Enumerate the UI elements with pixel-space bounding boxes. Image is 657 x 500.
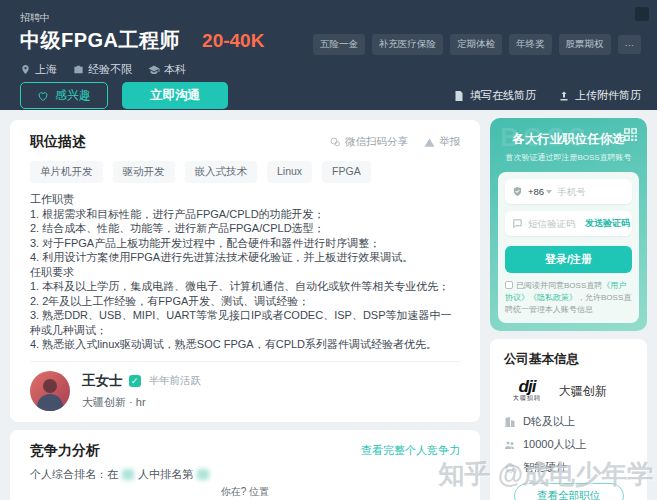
- blurred-total-count: [122, 469, 134, 480]
- recruiter-active-status: 半年前活跃: [149, 374, 202, 388]
- section-title-competitiveness: 竞争力分析: [30, 442, 100, 460]
- login-register-button[interactable]: 登录/注册: [505, 246, 632, 273]
- skill-tag[interactable]: FPGA: [322, 161, 371, 183]
- benefit-tag: 股票期权: [559, 34, 611, 55]
- users-icon: [504, 439, 516, 451]
- job-education: 本科: [148, 62, 186, 77]
- more-tags-button[interactable]: ···: [618, 35, 642, 54]
- wechat-icon: [329, 136, 341, 148]
- description-line: 工作职责: [30, 192, 460, 207]
- section-title-company-info: 公司基本信息: [504, 351, 633, 368]
- recruiter-affiliation: 大疆创新 · hr: [82, 395, 201, 410]
- job-description-text: 工作职责 1. 根据需求和目标性能，进行产品FPGA/CPLD的功能开发； 2.…: [30, 192, 460, 352]
- blurred-rank-number: [197, 469, 209, 480]
- description-line: 3. 对于FPGA产品上板功能开发过程中，配合硬件和器件进行时序调整；: [30, 236, 460, 251]
- description-line: 任职要求: [30, 265, 460, 280]
- recruiter-name: 王女士: [82, 372, 123, 390]
- skill-tags: 单片机开发 驱动开发 嵌入式技术 Linux FPGA: [30, 161, 460, 183]
- login-card: BOSS 各大行业职位任你选 首次验证通过即注册BOSS直聘账号 +86 发送验…: [490, 118, 647, 331]
- code-input-row: 发送验证码: [505, 211, 632, 236]
- agreement-text: 已阅读并同意BOSS直聘《用户协议》《隐私政策》，允许BOSS直聘统一管理本人账…: [505, 280, 632, 316]
- description-line: 3. 熟悉DDR、USB、MIPI、UART等常见接口IP或者CODEC、ISP…: [30, 308, 460, 337]
- chip-icon: [504, 462, 516, 474]
- privacy-policy-link[interactable]: 《隐私政策》: [529, 293, 577, 302]
- sms-code-input[interactable]: [528, 218, 580, 229]
- chevron-down-icon: [546, 190, 552, 194]
- agreement-checkbox[interactable]: [505, 281, 513, 289]
- briefcase-icon: [73, 64, 84, 75]
- benefit-tag: 补充医疗保险: [372, 34, 443, 55]
- phone-input[interactable]: [557, 186, 617, 197]
- skill-tag[interactable]: 单片机开发: [30, 161, 103, 183]
- salary-value: 20-40K: [202, 30, 264, 52]
- personal-rank-line: 个人综合排名：在 人中排名第: [30, 467, 460, 482]
- recruiter-row[interactable]: 王女士 ✓ 半年前活跃 大疆创新 · hr: [30, 362, 460, 411]
- building-icon: [504, 416, 516, 428]
- report-button[interactable]: 举报: [424, 135, 460, 149]
- interested-button[interactable]: 感兴趣: [20, 82, 108, 109]
- login-card-title: 各大行业职位任你选: [498, 131, 639, 148]
- floating-widget-icon[interactable]: [635, 7, 649, 21]
- phone-input-row: +86: [505, 179, 632, 204]
- login-form: +86 发送验证码 登录/注册 已阅读并同意BOSS直聘《用户协议》《隐私政策》…: [498, 172, 639, 323]
- status-badge: 招聘中: [20, 11, 50, 25]
- company-headcount: 10000人以上: [504, 437, 633, 452]
- warning-triangle-icon: [424, 137, 435, 148]
- benefit-tag: 五险一金: [313, 34, 365, 55]
- wechat-share-button[interactable]: 微信扫码分享: [329, 135, 408, 149]
- upload-icon: [558, 90, 570, 102]
- description-line: 1. 本科及以上学历，集成电路、微电子、计算机通信、自动化或软件等相关专业优先；: [30, 279, 460, 294]
- company-financing: D轮及以上: [504, 414, 633, 429]
- job-location: 上海: [20, 62, 57, 77]
- description-line: 2. 2年及以上工作经验，有FPGA开发、测试、调试经验；: [30, 294, 460, 309]
- document-icon: [453, 90, 465, 102]
- skill-tag[interactable]: 驱动开发: [113, 161, 175, 183]
- heart-icon: [37, 90, 49, 102]
- job-experience: 经验不限: [73, 62, 132, 77]
- online-resume-button[interactable]: 填写在线简历: [453, 88, 536, 103]
- benefit-tag: 年终奖: [509, 34, 552, 55]
- verified-badge-icon: ✓: [129, 375, 141, 387]
- description-line: 4. 熟悉嵌入式linux驱动调试，熟悉SOC FPGA，有CPLD系列器件调试…: [30, 337, 460, 352]
- attachment-resume-button[interactable]: 上传附件简历: [558, 88, 641, 103]
- recruiter-avatar: [30, 371, 70, 411]
- sms-bubble-icon: [512, 218, 523, 229]
- company-industry: 智能硬件: [504, 460, 633, 475]
- map-pin-icon: [20, 64, 31, 75]
- company-name-link[interactable]: 大疆创新: [559, 383, 607, 400]
- benefit-tags: 五险一金 补充医疗保险 定期体检 年终奖 股票期权 ···: [313, 34, 641, 55]
- job-header: 招聘中 中级FPGA工程师 20-40K 五险一金 补充医疗保险 定期体检 年终…: [0, 0, 657, 110]
- chat-now-button[interactable]: 立即沟通: [122, 82, 228, 109]
- competitiveness-card: 竞争力分析 查看完整个人竞争力 个人综合排名：在 人中排名第 你在? 位置 一般…: [10, 430, 480, 500]
- section-title-job-description: 职位描述: [30, 133, 86, 151]
- skill-tag[interactable]: 嵌入式技术: [185, 161, 258, 183]
- description-line: 1. 根据需求和目标性能，进行产品FPGA/CPLD的功能开发；: [30, 207, 460, 222]
- benefit-tag: 定期体检: [450, 34, 502, 55]
- description-line: 2. 结合成本、性能、功能等，进行新产品FPGA/CPLD选型；: [30, 221, 460, 236]
- skill-tag[interactable]: Linux: [267, 161, 312, 183]
- view-full-competitiveness-link[interactable]: 查看完整个人竞争力: [361, 443, 460, 458]
- shield-check-icon: [512, 186, 523, 197]
- login-card-subtitle: 首次验证通过即注册BOSS直聘账号: [498, 152, 639, 163]
- description-line: 4. 利用设计方案使用FPGA进行先进算法技术硬化验证，并上板进行效果调试。: [30, 250, 460, 265]
- page-title: 中级FPGA工程师: [20, 27, 180, 54]
- company-info-card: 公司基本信息 dji 大疆招聘 大疆创新 D轮及以上 10000人以上 智能硬件…: [490, 339, 647, 500]
- view-all-jobs-button[interactable]: 查看全部职位: [514, 483, 624, 500]
- your-position-label: 你在? 位置: [30, 485, 460, 499]
- job-meta: 上海 经验不限 本科: [20, 62, 186, 77]
- graduation-cap-icon: [148, 64, 160, 76]
- company-logo: dji 大疆招聘: [504, 379, 550, 403]
- phone-prefix-select[interactable]: +86: [528, 186, 552, 197]
- job-description-card: 职位描述 微信扫码分享 举报 单片机开发 驱动开发 嵌入式技术 Linux FP…: [10, 120, 480, 422]
- send-code-button[interactable]: 发送验证码: [585, 217, 630, 230]
